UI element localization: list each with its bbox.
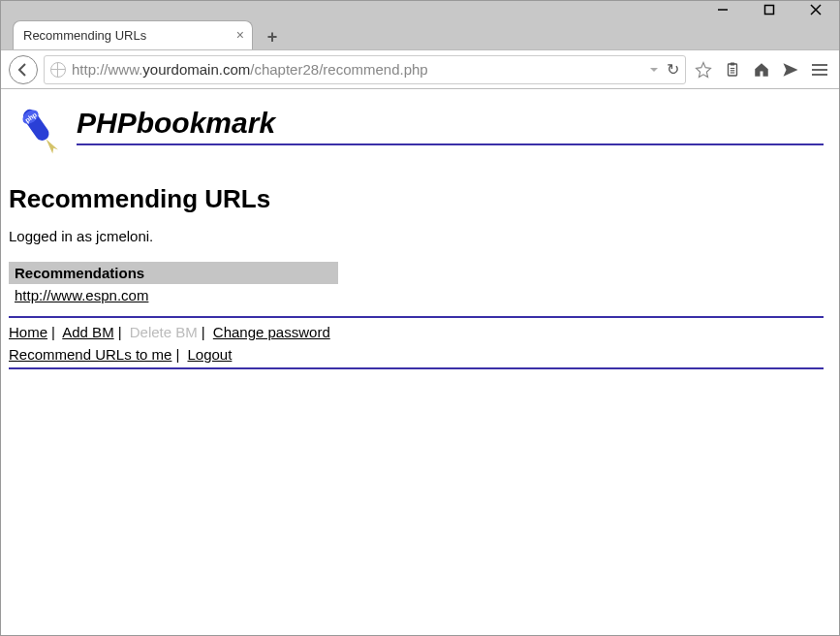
- footer-divider-top: [9, 316, 824, 318]
- menu-icon[interactable]: [808, 58, 831, 81]
- bookmark-star-icon[interactable]: [692, 58, 715, 81]
- url-path: /chapter28/recommend.php: [250, 61, 427, 78]
- home-link[interactable]: Home: [9, 324, 47, 340]
- delete-bm-disabled: Delete BM: [130, 324, 198, 340]
- recommend-link[interactable]: Recommend URLs to me: [9, 346, 171, 363]
- browser-toolbar: http://www.yourdomain.com/chapter28/reco…: [1, 49, 839, 89]
- brand-title: PHPbookmark: [77, 107, 824, 140]
- url-bar[interactable]: http://www.yourdomain.com/chapter28/reco…: [44, 55, 686, 84]
- page-content: php PHPbookmark Recommending URLs Logged…: [1, 89, 839, 635]
- url-prefix: http://www.: [72, 61, 142, 78]
- send-icon[interactable]: [779, 58, 802, 81]
- close-window-button[interactable]: [798, 1, 833, 18]
- recommendations-header: Recommendations: [9, 262, 338, 284]
- change-password-link[interactable]: Change password: [213, 324, 330, 340]
- dropdown-icon[interactable]: [649, 61, 659, 78]
- recommendations-table: Recommendations http://www.espn.com: [9, 262, 338, 306]
- logo-row: php PHPbookmark: [9, 101, 824, 167]
- window-titlebar: [1, 1, 839, 18]
- header-divider: [77, 143, 824, 145]
- footer-links: Home| Add BM| Delete BM| Change password…: [9, 322, 824, 366]
- clipboard-icon[interactable]: [721, 58, 744, 81]
- recommendation-link[interactable]: http://www.espn.com: [15, 287, 148, 303]
- svg-rect-1: [765, 6, 774, 15]
- browser-tab[interactable]: Recommending URLs ×: [13, 20, 253, 49]
- url-text: http://www.yourdomain.com/chapter28/reco…: [72, 61, 428, 78]
- footer-divider-bottom: [9, 367, 824, 369]
- url-domain: yourdomain.com: [142, 61, 250, 78]
- login-status: Logged in as jcmeloni.: [9, 228, 824, 244]
- logout-link[interactable]: Logout: [187, 346, 232, 363]
- svg-rect-4: [729, 64, 737, 76]
- tab-strip: Recommending URLs × +: [1, 18, 839, 49]
- page-title: Recommending URLs: [9, 184, 824, 214]
- reload-icon[interactable]: [667, 60, 679, 79]
- globe-icon: [50, 62, 66, 78]
- svg-rect-5: [731, 62, 735, 65]
- new-tab-button[interactable]: +: [259, 24, 286, 49]
- tab-close-icon[interactable]: ×: [236, 27, 244, 43]
- bookmark-logo-icon: php: [9, 101, 71, 167]
- minimize-button[interactable]: [705, 1, 740, 18]
- browser-window: Recommending URLs × + http://www.yourdom…: [0, 0, 840, 636]
- tab-title: Recommending URLs: [23, 28, 146, 43]
- url-bar-actions: [649, 60, 679, 79]
- maximize-button[interactable]: [752, 1, 787, 18]
- table-row: http://www.espn.com: [9, 284, 338, 306]
- add-bm-link[interactable]: Add BM: [62, 324, 113, 340]
- back-button[interactable]: [9, 55, 38, 84]
- home-icon[interactable]: [750, 58, 773, 81]
